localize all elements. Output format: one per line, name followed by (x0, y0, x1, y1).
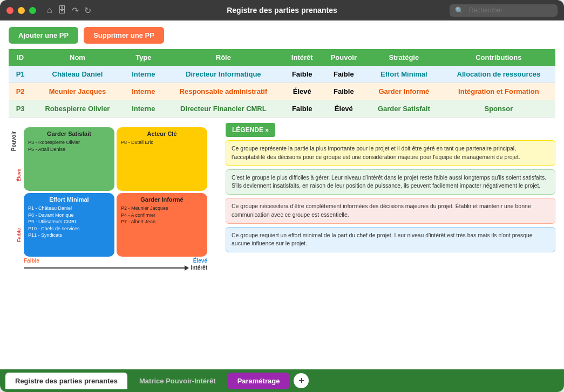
close-button[interactable] (6, 7, 13, 14)
cell-type: Interne (123, 66, 164, 83)
cell-role: Directeur Informatique (164, 66, 283, 83)
label-eleve-bottom: Élevé (193, 258, 207, 264)
delete-pp-button[interactable]: Supprimer une PP (84, 27, 164, 44)
matrix-cell-item: P8 - Duteil Eric (121, 139, 203, 146)
matrix-cell-item: P2 - Meunier Jacques (121, 205, 203, 212)
matrix: Pouvoir Élevé Faible Garder Satisfait P3… (9, 123, 219, 363)
legend-item: C'est le groupe le plus difficiles à gér… (226, 169, 555, 195)
stakeholder-table: ID Nom Type Rôle Intérêt Pouvoir Stratég… (9, 49, 555, 118)
col-interet: Intérêt (283, 49, 322, 66)
cell-nom: Meunier Jacques (32, 83, 123, 100)
cell-garder-satisfait: Garder Satisfait P3 - Robespierre Olivie… (24, 127, 114, 191)
cell-nom: Robespierre Olivier (32, 100, 123, 118)
cell-id: P2 (9, 83, 32, 100)
legend-item: Ce groupe requiert un effort minimal de … (226, 227, 555, 253)
cell-acteur-cle: Acteur Clé P8 - Duteil Eric (117, 127, 207, 191)
matrix-bottom-labels: Faible Élevé (24, 258, 207, 264)
col-nom: Nom (32, 49, 123, 66)
cell-pouvoir: Élevé (322, 100, 366, 118)
forward-icon[interactable]: ↷ (72, 5, 79, 16)
tab-list: Registre des parties prenantesMatrice Po… (5, 373, 289, 389)
matrix-cell-item: P1 - Château Daniel (28, 205, 110, 212)
table-row[interactable]: P2 Meunier Jacques Interne Responsable a… (9, 83, 555, 100)
cell-role: Directeur Financier CMRL (164, 100, 283, 118)
cell-garder-informe: Garder Informé P2 - Meunier JacquesP4 - … (117, 193, 207, 257)
matrix-cell-item: P6 - Davant Monique (28, 212, 110, 219)
traffic-lights (6, 7, 36, 14)
main-content: Ajouter une PP Supprimer une PP ID Nom T… (0, 20, 564, 369)
acteur-cle-items: P8 - Duteil Eric (121, 139, 203, 146)
table-header-row: ID Nom Type Rôle Intérêt Pouvoir Stratég… (9, 49, 555, 66)
search-input[interactable] (469, 6, 552, 14)
cell-id: P3 (9, 100, 32, 118)
cell-interet: Faible (283, 100, 322, 118)
table-row[interactable]: P1 Château Daniel Interne Directeur Info… (9, 66, 555, 83)
garder-satisfait-items: P3 - Robespierre OlivierP5 - Attali Deni… (28, 139, 110, 153)
matrix-arrow-interet: Intérêt (24, 265, 207, 271)
col-role: Rôle (164, 49, 283, 66)
add-tab-button[interactable]: + (294, 373, 309, 388)
col-id: ID (9, 49, 32, 66)
table-row[interactable]: P3 Robespierre Olivier Interne Directeur… (9, 100, 555, 118)
cell-interet: Élevé (283, 83, 322, 100)
cell-nom: Château Daniel (32, 66, 123, 83)
add-pp-button[interactable]: Ajouter une PP (9, 27, 78, 44)
axis-eleve-left: Élevé (16, 169, 22, 182)
cell-contributions: Allocation de ressources (442, 66, 555, 83)
cell-interet: Faible (283, 66, 322, 83)
matrix-cell-item: P4 - A confirmer (121, 212, 203, 219)
legend-item: Ce groupe représente la partie la plus i… (226, 140, 555, 166)
search-icon: 🔍 (455, 6, 464, 15)
save-icon[interactable]: 🗄 (58, 5, 66, 15)
matrix-cell-item: P5 - Attali Denise (28, 146, 110, 153)
cell-type: Interne (123, 83, 164, 100)
legend-header: LÉGENDE » (226, 123, 275, 137)
minimize-button[interactable] (18, 7, 25, 14)
cell-type: Interne (123, 100, 164, 118)
cell-contributions: Intégration et Formation (442, 83, 555, 100)
tab-item[interactable]: Registre des parties prenantes (5, 373, 127, 389)
axis-faible-left: Faible (16, 228, 22, 242)
cell-strategie: Effort Minimal (366, 66, 442, 83)
cell-strategie: Garder Satisfait (366, 100, 442, 118)
app-window: ⌂ 🗄 ↷ ↻ Registre des parties prenantes 🔍… (0, 0, 564, 392)
interet-label: Intérêt (191, 265, 207, 271)
cell-effort-minimal-title: Effort Minimal (28, 196, 110, 203)
cell-strategie: Garder Informé (366, 83, 442, 100)
matrix-cell-item: P11 - Syndicats (28, 232, 110, 239)
maximize-button[interactable] (29, 7, 36, 14)
stakeholder-table-container: ID Nom Type Rôle Intérêt Pouvoir Stratég… (9, 49, 555, 118)
cell-contributions: Sponsor (442, 100, 555, 118)
effort-minimal-items: P1 - Château DanielP6 - Davant MoniqueP9… (28, 205, 110, 239)
matrix-cell-item: P7 - Albert Jean (121, 218, 203, 225)
tab-item[interactable]: Paramétrage (228, 373, 290, 389)
tabbar: Registre des parties prenantesMatrice Po… (0, 369, 564, 392)
window-title: Registre des parties prenantes (227, 6, 337, 15)
cell-id: P1 (9, 66, 32, 83)
titlebar: ⌂ 🗄 ↷ ↻ Registre des parties prenantes 🔍 (0, 0, 564, 20)
cell-pouvoir: Faible (322, 83, 366, 100)
col-type: Type (123, 49, 164, 66)
col-strategie: Stratégie (366, 49, 442, 66)
cell-garder-informe-title: Garder Informé (121, 196, 203, 203)
pouvoir-label: Pouvoir (11, 131, 17, 151)
legend-items: Ce groupe représente la partie la plus i… (226, 140, 555, 363)
nav-icons: ⌂ 🗄 ↷ ↻ (47, 5, 91, 16)
cell-role: Responsable administratif (164, 83, 283, 100)
matrix-cell-item: P3 - Robespierre Olivier (28, 139, 110, 146)
cell-acteur-cle-title: Acteur Clé (121, 130, 203, 137)
bottom-section: Pouvoir Élevé Faible Garder Satisfait P3… (9, 123, 555, 363)
matrix-cell-item: P10 - Chefs de services (28, 225, 110, 232)
refresh-icon[interactable]: ↻ (84, 5, 91, 16)
cell-garder-satisfait-title: Garder Satisfait (28, 130, 110, 137)
label-faible-bottom: Faible (24, 258, 39, 264)
interet-arrow-line (24, 267, 188, 269)
home-icon[interactable]: ⌂ (47, 5, 52, 15)
tab-item[interactable]: Matrice Pouvoir-Intérêt (130, 373, 226, 389)
col-contributions: Contributions (442, 49, 555, 66)
col-pouvoir: Pouvoir (322, 49, 366, 66)
matrix-cell-item: P9 - Utilisateurs CMRL (28, 218, 110, 225)
search-bar[interactable]: 🔍 (450, 4, 558, 17)
matrix-grid: Garder Satisfait P3 - Robespierre Olivie… (24, 127, 207, 257)
cell-effort-minimal: Effort Minimal P1 - Château DanielP6 - D… (24, 193, 114, 257)
